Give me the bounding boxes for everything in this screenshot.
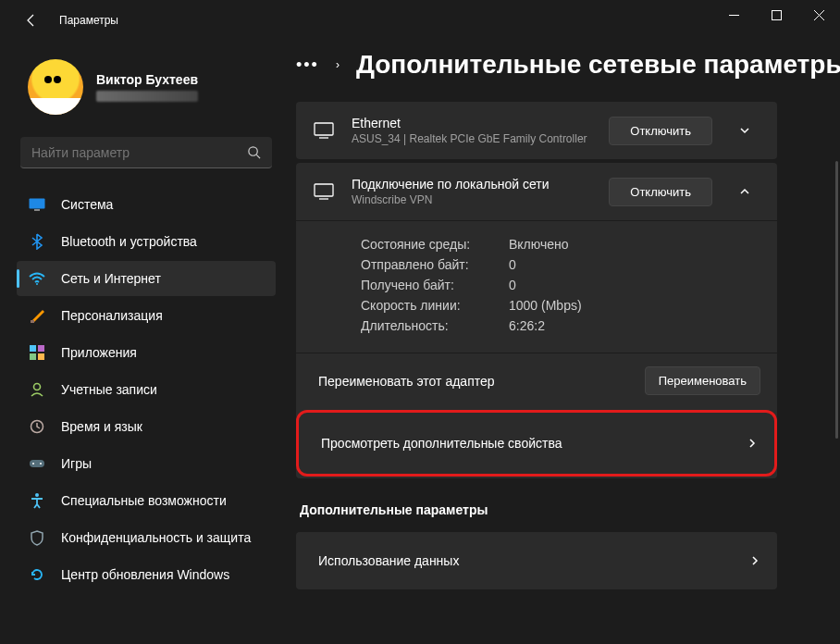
svg-point-15 [32,463,34,464]
svg-point-17 [35,493,39,497]
minimize-button[interactable] [712,0,755,30]
nav: Система Bluetooth и устройства Сеть и Ин… [15,187,278,592]
maximize-button[interactable] [755,0,797,30]
stat-value: 0 [509,278,516,292]
sidebar-item-label: Bluetooth и устройства [61,234,197,249]
rename-button[interactable]: Переименовать [645,366,760,395]
svg-rect-20 [315,184,333,196]
window-title: Параметры [59,14,118,27]
sidebar-item-label: Система [61,197,113,212]
search-input[interactable] [31,145,247,160]
stat-value: 0 [509,257,516,272]
scrollbar[interactable] [835,161,838,439]
main-content: ••• › Дополнительные сетевые параметры E… [287,41,840,644]
data-usage-label: Использование данных [318,553,459,568]
svg-rect-9 [38,345,44,352]
breadcrumb-more-icon[interactable]: ••• [296,56,319,75]
svg-point-2 [249,147,257,155]
page-header: ••• › Дополнительные сетевые параметры [296,50,840,102]
sidebar-item-network[interactable]: Сеть и Интернет [17,261,276,296]
window-controls [712,0,840,30]
svg-rect-4 [30,199,45,209]
sidebar-item-accounts[interactable]: Учетные записи [17,372,276,407]
svg-rect-11 [38,353,44,360]
sidebar-item-privacy[interactable]: Конфиденциальность и защита [17,520,276,555]
sidebar-item-accessibility[interactable]: Специальные возможности [17,483,276,518]
close-button[interactable] [797,0,840,30]
sidebar-item-label: Игры [61,456,92,471]
avatar [28,59,83,115]
adapter-list: Ethernet ASUS_34 | Realtek PCIe GbE Fami… [296,102,777,589]
svg-rect-5 [34,209,40,211]
profile-email-blur [96,91,198,102]
stat-label: Отправлено байт: [361,257,509,272]
profile-block[interactable]: Виктор Бухтеев [15,41,278,137]
sidebar-item-gaming[interactable]: Игры [17,446,276,481]
sidebar-item-label: Учетные записи [61,382,157,397]
collapse-button[interactable] [729,176,760,207]
sidebar-item-label: Персонализация [61,308,163,323]
view-properties-row[interactable]: Просмотреть дополнительные свойства [299,413,774,474]
svg-point-16 [40,463,42,464]
sidebar: Виктор Бухтеев Система Bluetooth и устро… [0,41,287,644]
sidebar-item-personalization[interactable]: Персонализация [17,298,276,333]
disable-button[interactable]: Отключить [609,117,712,145]
clock-icon [28,417,46,436]
stat-label: Получено байт: [361,278,509,292]
adapter-card-ethernet[interactable]: Ethernet ASUS_34 | Realtek PCIe GbE Fami… [296,102,777,159]
gamepad-icon [28,454,46,473]
adapter-title: Подключение по локальной сети [352,177,592,192]
sidebar-item-label: Время и язык [61,419,142,434]
search-icon [247,145,261,159]
adapter-card-local: Подключение по локальной сети Windscribe… [296,163,777,478]
stat-label: Длительность: [361,318,509,333]
ethernet-icon [313,180,335,203]
ethernet-icon [313,119,335,142]
stat-value: Включено [509,237,569,252]
sidebar-item-apps[interactable]: Приложения [17,335,276,370]
svg-point-12 [34,384,41,390]
user-icon [28,380,46,399]
back-button[interactable] [22,11,41,30]
data-usage-row[interactable]: Использование данных [296,532,777,589]
stat-label: Скорость линии: [361,298,509,313]
expand-button[interactable] [729,115,760,146]
sidebar-item-label: Сеть и Интернет [61,271,161,286]
accessibility-icon [28,491,46,510]
section-additional-params: Дополнительные параметры [296,482,777,528]
stat-value: 1000 (Mbps) [509,298,582,313]
update-icon [28,565,46,584]
chevron-right-icon [749,545,760,576]
sidebar-item-label: Приложения [61,345,137,360]
chevron-right-icon [747,427,758,459]
wifi-icon [28,269,46,288]
svg-line-3 [256,155,260,158]
sidebar-item-label: Конфиденциальность и защита [61,530,251,545]
svg-rect-10 [30,353,36,360]
view-properties-label: Просмотреть дополнительные свойства [321,436,562,451]
page-title: Дополнительные сетевые параметры [356,50,840,80]
search-box[interactable] [20,137,272,168]
stat-label: Состояние среды: [361,237,509,252]
sidebar-item-update[interactable]: Центр обновления Windows [17,557,276,592]
adapter-stats: Состояние среды:Включено Отправлено байт… [296,220,777,353]
svg-rect-8 [30,345,36,352]
profile-text: Виктор Бухтеев [96,72,198,102]
sidebar-item-system[interactable]: Система [17,187,276,222]
sidebar-item-time[interactable]: Время и язык [17,409,276,444]
profile-name: Виктор Бухтеев [96,72,198,87]
svg-rect-7 [31,320,34,323]
stat-value: 6:26:2 [509,318,545,333]
shield-icon [28,528,46,547]
adapter-title: Ethernet [352,116,592,130]
disable-button[interactable]: Отключить [609,178,712,206]
svg-rect-18 [315,123,333,135]
system-icon [28,195,46,214]
highlight-box: Просмотреть дополнительные свойства [296,410,777,477]
sidebar-item-label: Специальные возможности [61,493,227,508]
sidebar-item-label: Центр обновления Windows [61,567,229,582]
adapter-header-row[interactable]: Подключение по локальной сети Windscribe… [296,163,777,220]
breadcrumb-separator: › [336,58,340,71]
rename-adapter-row: Переименовать этот адаптер Переименовать [296,353,777,408]
sidebar-item-bluetooth[interactable]: Bluetooth и устройства [17,224,276,259]
